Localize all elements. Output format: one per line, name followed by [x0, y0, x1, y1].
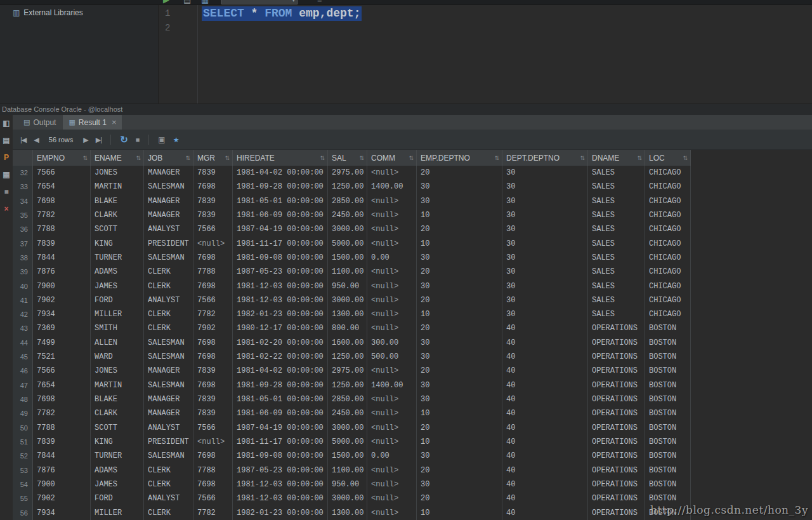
table-cell[interactable]: BLAKE: [91, 194, 144, 208]
table-cell[interactable]: ANALYST: [144, 421, 193, 435]
table-cell[interactable]: BOSTON: [645, 336, 691, 350]
table-cell[interactable]: 30: [502, 307, 588, 321]
table-cell[interactable]: 7788: [193, 463, 233, 477]
table-cell[interactable]: 7698: [193, 350, 233, 364]
table-cell[interactable]: 2975.00: [328, 166, 367, 180]
table-cell[interactable]: SALESMAN: [144, 378, 193, 392]
table-cell[interactable]: MILLER: [91, 506, 144, 520]
table-cell[interactable]: BOSTON: [645, 378, 691, 392]
table-cell[interactable]: 1981-02-20 00:00:00: [233, 336, 328, 350]
table-cell[interactable]: 1987-05-23 00:00:00: [233, 265, 328, 279]
table-row[interactable]: 347698BLAKEMANAGER78391981-05-01 00:00:0…: [13, 194, 691, 208]
table-cell[interactable]: 1500.00: [328, 449, 367, 463]
table-cell[interactable]: 1300.00: [328, 506, 367, 520]
table-cell[interactable]: 40: [502, 364, 588, 378]
table-cell[interactable]: SALES: [588, 222, 645, 236]
table-cell[interactable]: SALESMAN: [144, 449, 193, 463]
column-header[interactable]: DNAME⇅: [588, 150, 645, 166]
last-page-icon[interactable]: ▶|: [96, 136, 102, 144]
table-cell[interactable]: 10: [417, 435, 502, 449]
square-tool-icon[interactable]: ■: [1, 187, 11, 196]
table-cell[interactable]: 7698: [193, 336, 233, 350]
table-cell[interactable]: 7839: [193, 194, 233, 208]
table-cell[interactable]: 7844: [33, 449, 91, 463]
table-cell[interactable]: SALESMAN: [144, 350, 193, 364]
table-cell[interactable]: MANAGER: [144, 364, 193, 378]
table-cell[interactable]: <null>: [367, 222, 417, 236]
table-cell[interactable]: CLERK: [144, 463, 193, 477]
table-cell[interactable]: ADAMS: [91, 463, 144, 477]
table-cell[interactable]: 7839: [193, 208, 233, 222]
table-cell[interactable]: FORD: [91, 293, 144, 307]
table-row[interactable]: 417902FORDANALYST75661981-12-03 00:00:00…: [13, 293, 691, 307]
table-cell[interactable]: 7698: [193, 251, 233, 265]
table-row[interactable]: 517839KINGPRESIDENT<null>1981-11-17 00:0…: [13, 435, 691, 449]
table-cell[interactable]: OPERATIONS: [588, 491, 645, 505]
tab-result-1[interactable]: ▦Result 1×: [63, 115, 122, 130]
column-header[interactable]: EMP.DEPTNO⇅: [417, 150, 502, 166]
table-cell[interactable]: 40: [502, 336, 588, 350]
sidebar-item-external-libraries[interactable]: ▥ External Libraries: [0, 7, 158, 18]
table-cell[interactable]: 7698: [193, 477, 233, 491]
table-cell[interactable]: BLAKE: [91, 392, 144, 406]
table-cell[interactable]: 7566: [193, 421, 233, 435]
table-cell[interactable]: <null>: [367, 237, 417, 251]
table-cell[interactable]: 1250.00: [328, 180, 367, 194]
table-cell[interactable]: FORD: [91, 491, 144, 505]
table-row[interactable]: 467566JONESMANAGER78391981-04-02 00:00:0…: [13, 364, 691, 378]
table-cell[interactable]: 30: [417, 350, 502, 364]
table-cell[interactable]: 40: [502, 321, 588, 335]
table-cell[interactable]: 20: [417, 364, 502, 378]
table-cell[interactable]: 20: [417, 293, 502, 307]
sort-icon[interactable]: ⇅: [359, 155, 364, 161]
table-cell[interactable]: 1981-12-03 00:00:00: [233, 477, 328, 491]
sort-icon[interactable]: ⇅: [320, 155, 325, 161]
table-cell[interactable]: 7698: [33, 194, 91, 208]
table-cell[interactable]: 0.00: [367, 251, 417, 265]
table-cell[interactable]: 10: [417, 307, 502, 321]
table-cell[interactable]: OPERATIONS: [588, 392, 645, 406]
table-cell[interactable]: ANALYST: [144, 222, 193, 236]
table-cell[interactable]: OPERATIONS: [588, 406, 645, 420]
grid-tool-icon[interactable]: ▦: [1, 170, 11, 179]
table-cell[interactable]: 7521: [33, 350, 91, 364]
table-cell[interactable]: 7782: [193, 506, 233, 520]
table-cell[interactable]: <null>: [367, 506, 417, 520]
table-cell[interactable]: OPERATIONS: [588, 463, 645, 477]
table-cell[interactable]: BOSTON: [645, 364, 691, 378]
table-cell[interactable]: 40: [502, 435, 588, 449]
table-cell[interactable]: 3000.00: [328, 222, 367, 236]
tool-window-icon-2[interactable]: ▤: [1, 136, 11, 145]
table-cell[interactable]: JONES: [91, 166, 144, 180]
table-cell[interactable]: 1987-04-19 00:00:00: [233, 421, 328, 435]
table-row[interactable]: 447499ALLENSALESMAN76981981-02-20 00:00:…: [13, 336, 691, 350]
table-cell[interactable]: 40: [502, 378, 588, 392]
close-icon[interactable]: ×: [112, 117, 117, 127]
table-cell[interactable]: KING: [91, 435, 144, 449]
table-cell[interactable]: 40: [502, 392, 588, 406]
table-cell[interactable]: SALESMAN: [144, 180, 193, 194]
sort-icon[interactable]: ⇅: [580, 155, 585, 161]
table-cell[interactable]: SCOTT: [91, 421, 144, 435]
table-row[interactable]: 337654MARTINSALESMAN76981981-09-28 00:00…: [13, 180, 691, 194]
menu-icon[interactable]: ≡: [317, 0, 322, 4]
table-cell[interactable]: 7839: [33, 435, 91, 449]
table-cell[interactable]: 7900: [33, 477, 91, 491]
table-cell[interactable]: 7839: [193, 166, 233, 180]
table-row[interactable]: 557902FORDANALYST75661981-12-03 00:00:00…: [13, 491, 691, 505]
table-cell[interactable]: ANALYST: [144, 293, 193, 307]
table-cell[interactable]: 2850.00: [328, 392, 367, 406]
table-cell[interactable]: BOSTON: [645, 477, 691, 491]
table-row[interactable]: 567934MILLERCLERK77821982-01-23 00:00:00…: [13, 506, 691, 520]
table-row[interactable]: 387844TURNERSALESMAN76981981-09-08 00:00…: [13, 251, 691, 265]
table-cell[interactable]: 10: [417, 208, 502, 222]
table-cell[interactable]: 950.00: [328, 477, 367, 491]
table-cell[interactable]: 7698: [193, 279, 233, 293]
table-row[interactable]: 507788SCOTTANALYST75661987-04-19 00:00:0…: [13, 421, 691, 435]
table-cell[interactable]: BOSTON: [645, 463, 691, 477]
table-cell[interactable]: 1400.00: [367, 180, 417, 194]
table-cell[interactable]: ADAMS: [91, 265, 144, 279]
table-cell[interactable]: 7902: [193, 321, 233, 335]
table-cell[interactable]: CLERK: [144, 279, 193, 293]
table-cell[interactable]: 1981-04-02 00:00:00: [233, 166, 328, 180]
